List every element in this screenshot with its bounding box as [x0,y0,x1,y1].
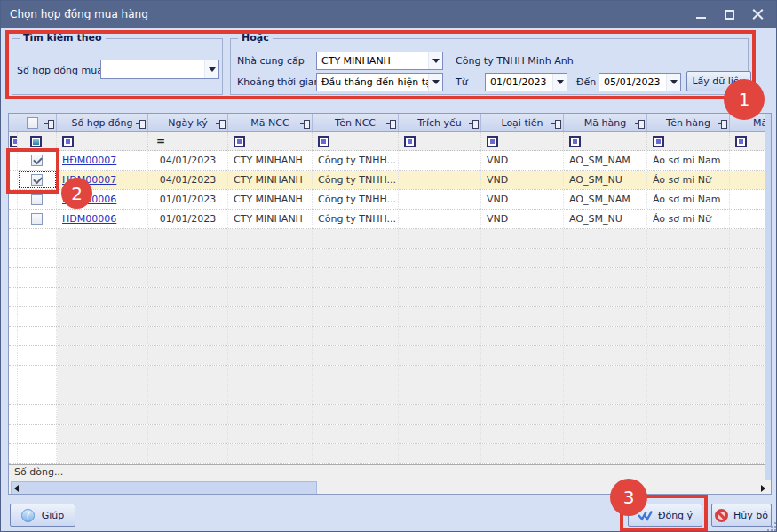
filter-icon[interactable] [569,136,581,147]
chevron-down-icon [432,59,440,63]
scroll-right-icon[interactable] [761,485,765,492]
column-header-contract-no[interactable]: Số hợp đồng [57,114,148,131]
filter-icon[interactable] [735,136,747,147]
fetch-data-button[interactable]: Lấy dữ liệu [686,71,751,91]
row-checkbox-cell[interactable] [18,151,57,170]
pin-icon[interactable] [300,119,309,128]
cancel-button[interactable]: Hủy bỏ [711,504,772,527]
supplier-combobox[interactable]: CTY MINHANH [316,52,443,70]
column-header-supplier-name[interactable]: Tên NCC [313,114,399,131]
filter-icon[interactable] [234,136,245,147]
contract-link[interactable]: HĐM00006 [62,213,116,225]
row-checkbox-cell[interactable] [18,210,57,228]
scroll-left-icon[interactable] [14,485,19,492]
select-all-checkbox[interactable] [27,117,38,129]
contract-link[interactable]: HĐM00006 [62,194,116,205]
filter-cell-sign-date[interactable]: = [148,132,228,150]
column-header-item-name[interactable]: Tên hàng [647,114,730,131]
pin-icon[interactable] [635,119,644,128]
contract-no-combobox[interactable] [100,60,219,79]
period-dropdown-button[interactable] [428,74,442,91]
filter-icon[interactable] [10,136,18,147]
pin-icon[interactable] [551,119,560,128]
column-header-item-code[interactable]: Mã hàng [564,114,647,131]
filter-cell-supplier-name[interactable] [313,132,399,150]
column-header-currency[interactable]: Loại tiền [481,114,564,131]
equals-operator-icon[interactable]: = [156,135,165,147]
close-button[interactable] [749,6,765,22]
empty-cell [730,425,766,443]
currency-cell: VND [481,210,564,228]
to-date-picker[interactable]: 05/01/2023 [599,73,681,91]
filter-cell-currency[interactable] [481,132,564,150]
column-header-sign-date[interactable]: Ngày ký [148,114,228,131]
filter-cell-clipped[interactable] [730,132,766,150]
empty-cell [9,327,18,345]
contract-no-cell: HĐM00007 [57,151,148,170]
help-button[interactable]: ? Giúp [10,504,75,527]
column-header-supplier-code[interactable]: Mã NCC [228,114,313,131]
row-checkbox[interactable] [31,194,43,205]
column-header-clipped[interactable]: Mã [730,114,766,131]
filter-cell-item-code[interactable] [564,132,647,150]
resize-grip[interactable] [767,522,776,531]
minimize-button[interactable] [693,6,709,22]
row-checkbox-cell[interactable] [18,190,57,209]
column-header-summary[interactable]: Trích yếu [399,114,481,131]
table-row[interactable]: HĐM00006 01/01/2023 CTY MINHANH Công ty … [9,190,771,210]
empty-cell [399,444,481,463]
filter-cell-indicator[interactable] [9,132,18,150]
summary-cell [399,190,481,209]
item-name-cell: Áo sơ mi Nữ [647,171,730,189]
maximize-button[interactable] [721,6,737,22]
titlebar[interactable]: Chọn hợp đồng mua hàng [1,1,776,28]
row-checkbox[interactable] [31,155,43,166]
filter-icon[interactable] [404,136,416,147]
to-date-dropdown-button[interactable] [666,74,680,91]
empty-cell [148,405,228,424]
supplier-dropdown-button[interactable] [428,52,442,69]
filter-cell-checkbox[interactable] [18,132,57,150]
supplier-code-cell: CTY MINHANH [228,171,313,189]
pin-icon[interactable] [469,119,478,128]
table-row[interactable]: HĐM00006 01/01/2023 CTY MINHANH Công ty … [9,210,771,229]
empty-cell [148,249,228,267]
table-row[interactable]: HĐM00007 04/01/2023 CTY MINHANH Công ty … [9,171,771,190]
horizontal-scrollbar[interactable] [9,480,771,495]
row-checkbox[interactable] [31,174,43,186]
contract-no-dropdown-button[interactable] [204,60,218,78]
pin-icon[interactable] [216,119,225,128]
ok-button[interactable]: Đồng ý [628,504,702,527]
pin-icon[interactable] [718,119,726,128]
filter-cell-summary[interactable] [399,132,481,150]
empty-cell [9,405,18,424]
empty-cell [313,366,399,385]
scrollbar-thumb[interactable] [11,481,317,495]
pin-icon[interactable] [136,119,145,128]
row-checkbox-cell[interactable] [18,171,57,189]
empty-cell [730,288,766,306]
vertical-scrollbar[interactable] [765,114,771,480]
filter-cell-supplier-code[interactable] [228,132,313,150]
filter-icon[interactable] [487,136,498,147]
table-row[interactable]: HĐM00007 04/01/2023 CTY MINHANH Công ty … [9,151,771,171]
pin-icon[interactable] [386,119,395,128]
from-date-dropdown-button[interactable] [552,74,567,91]
empty-cell [399,327,481,345]
filter-icon[interactable] [62,136,74,147]
filter-cell-item-name[interactable] [647,132,730,150]
pin-icon[interactable] [44,119,53,128]
contract-link[interactable]: HĐM00007 [62,155,116,166]
filter-icon[interactable] [653,136,664,147]
fetch-data-button-label: Lấy dữ liệu [692,75,745,87]
empty-cell [228,249,313,267]
select-all-header-cell[interactable] [9,114,57,131]
from-date-picker[interactable]: 01/01/2023 [485,73,567,91]
empty-cell [647,425,730,443]
filter-cell-contract-no[interactable] [57,132,148,150]
filter-icon[interactable] [318,136,329,147]
filter-icon[interactable] [30,136,42,147]
period-combobox[interactable]: Đầu tháng đến hiện tại [316,73,443,91]
contract-link[interactable]: HĐM00007 [62,174,116,186]
row-checkbox[interactable] [31,213,43,225]
